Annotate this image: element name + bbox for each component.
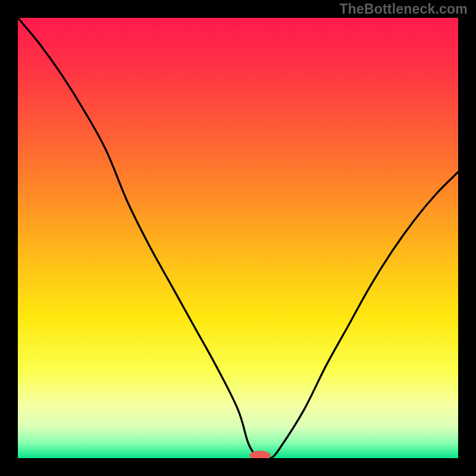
gradient-background: [18, 18, 458, 458]
chart-frame: TheBottleneck.com: [0, 0, 476, 476]
bottleneck-chart: [18, 18, 458, 458]
watermark-label: TheBottleneck.com: [339, 1, 468, 17]
